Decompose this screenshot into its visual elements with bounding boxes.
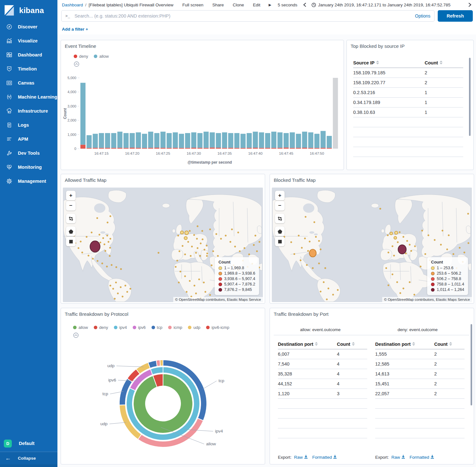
svg-text:ipv6: ipv6	[108, 378, 116, 382]
column-header[interactable]: Destination port	[278, 342, 313, 347]
legend-swatch	[431, 277, 435, 281]
legend-item[interactable]: allow	[73, 325, 88, 330]
fit-bounds-button[interactable]	[66, 214, 76, 223]
column-header[interactable]: Count	[337, 342, 350, 347]
add-filter-link[interactable]: Add a filter +	[62, 27, 88, 32]
zoom-in-button[interactable]: +	[275, 191, 285, 200]
export-formatted-link[interactable]: Formatted	[410, 455, 435, 460]
sidebar-item-label: Dev Tools	[18, 151, 40, 156]
zoom-out-button[interactable]: −	[275, 201, 285, 211]
scrollbar[interactable]	[471, 324, 472, 405]
space-badge: D	[4, 440, 12, 448]
sidebar-item-infrastructure[interactable]: Infrastructure	[0, 104, 57, 118]
column-header[interactable]: Count	[434, 342, 448, 347]
sidebar-item-canvas[interactable]: Canvas	[0, 76, 57, 90]
time-range[interactable]: January 24th 2019, 16:47:12.171 to Janua…	[318, 3, 450, 7]
scrollbar[interactable]	[469, 58, 471, 136]
cell: 14,613	[375, 371, 434, 376]
svg-text:2,000: 2,000	[67, 118, 76, 122]
sidebar-item-label: Management	[18, 179, 46, 184]
sidebar-item-visualize[interactable]: Visualize	[0, 34, 57, 48]
legend-swatch	[206, 326, 210, 329]
draw-polygon-button[interactable]	[66, 226, 76, 236]
menu-share[interactable]: Share	[212, 3, 224, 7]
draw-polygon-button[interactable]	[275, 226, 285, 236]
cell: 2	[425, 70, 427, 75]
column-header[interactable]: Count	[425, 60, 438, 65]
fit-bounds-button[interactable]	[275, 214, 285, 223]
download-icon	[333, 455, 337, 460]
section-header-deny: deny: event.outcome	[370, 327, 465, 332]
export-raw-link[interactable]: Raw	[391, 455, 405, 460]
svg-text:16:47:25: 16:47:25	[156, 152, 170, 155]
dashboard-grid: Event Timeline denyallow 01,0002,0003,00…	[57, 35, 476, 467]
panel-title: Traffic Breakdown by Protocol	[61, 308, 265, 320]
legend-item[interactable]: allow	[94, 54, 109, 59]
sidebar-item-apm[interactable]: APM	[0, 132, 57, 146]
legend-item[interactable]: ipv6	[133, 325, 146, 330]
sidebar: kibana DiscoverVisualizeDashboardTimelio…	[0, 0, 57, 467]
legend-item[interactable]: deny	[94, 325, 108, 330]
sidebar-item-dashboard[interactable]: Dashboard	[0, 48, 57, 62]
legend-label: 3,938.6 – 5,907.4	[224, 276, 255, 282]
cell: 1	[425, 110, 427, 115]
breadcrumb-dashboard[interactable]: Dashboard	[62, 3, 83, 7]
column-header[interactable]: Destination port	[375, 342, 411, 347]
protocol-sunburst-chart[interactable]: tcpipv4allowudpipv6tcpudp	[61, 343, 265, 463]
legend-item[interactable]: ipv4	[114, 325, 127, 330]
blocked-traffic-map[interactable]: +−Count1 – 253.6253.6 – 506.2506.2 – 758…	[272, 188, 472, 302]
sidebar-item-machine-learning[interactable]: Machine Learning	[0, 90, 57, 104]
sidebar-item-monitoring[interactable]: Monitoring	[0, 160, 57, 174]
sidebar-collapse-button[interactable]: ← Collapse	[0, 452, 57, 464]
legend-collapse-icon[interactable]	[74, 61, 79, 67]
sidebar-item-logs[interactable]: Logs	[0, 118, 57, 132]
column-header[interactable]: Source IP	[353, 60, 375, 65]
cell: 2	[434, 381, 437, 386]
svg-text:16:47:30: 16:47:30	[187, 152, 201, 155]
sidebar-item-management[interactable]: Management	[0, 174, 57, 188]
sidebar-item-discover[interactable]: Discover	[0, 20, 57, 34]
time-forward-icon[interactable]	[468, 3, 472, 7]
filter-bar: Add a filter +	[57, 22, 476, 34]
legend-item[interactable]: tcp	[152, 325, 162, 330]
legend-item[interactable]: ipv6-icmp	[206, 325, 229, 330]
draw-rectangle-button[interactable]	[275, 237, 285, 246]
map-legend: Count1 – 1,969.81,969.8 – 3,938.63,938.6…	[215, 257, 259, 295]
space-selector[interactable]: D Default	[0, 437, 57, 450]
legend-item[interactable]: udp	[188, 325, 200, 330]
zoom-out-button[interactable]: −	[66, 201, 76, 211]
event-timeline-chart[interactable]: 01,0002,0003,0004,0005,000Count16:47:151…	[62, 72, 343, 168]
cell: 158.109.79.185	[353, 70, 425, 75]
export-formatted-link[interactable]: Formatted	[312, 455, 337, 460]
svg-text:16:47:50: 16:47:50	[310, 152, 324, 155]
sidebar-item-timelion[interactable]: Timelion	[0, 62, 57, 76]
empty-row	[278, 399, 367, 409]
zoom-in-button[interactable]: +	[66, 191, 76, 200]
menu-clone[interactable]: Clone	[233, 3, 244, 7]
refresh-button[interactable]: Refresh	[438, 10, 473, 22]
legend-collapse-icon[interactable]	[73, 332, 79, 338]
time-back-icon[interactable]	[303, 3, 306, 7]
kibana-logo[interactable]: kibana	[0, 0, 57, 20]
svg-text:3,000: 3,000	[67, 104, 76, 108]
cell: 0.38.10.63	[353, 110, 425, 115]
menu-full-screen[interactable]: Full screen	[182, 3, 203, 7]
export-raw-link[interactable]: Raw	[294, 455, 308, 460]
legend-item[interactable]: deny	[74, 54, 88, 59]
options-link[interactable]: Options	[415, 13, 430, 19]
legend-item[interactable]: icmp	[168, 325, 182, 330]
map-legend-item: 1 – 253.6	[431, 265, 464, 271]
legend-swatch	[431, 283, 435, 286]
refresh-interval[interactable]: 5 seconds	[278, 3, 298, 7]
panel-port: Traffic Breakdown by Port allow: event.o…	[270, 308, 474, 464]
draw-rectangle-button[interactable]	[66, 237, 76, 246]
search-box[interactable]: >_ Options	[61, 10, 435, 22]
cell: 2	[434, 361, 437, 367]
menu-edit[interactable]: Edit	[253, 3, 260, 7]
table-row: 158.109.220.772	[353, 78, 463, 88]
sidebar-item-dev-tools[interactable]: Dev Tools	[0, 146, 57, 160]
sidebar-item-label: APM	[18, 137, 28, 142]
play-icon[interactable]: ▶	[269, 3, 271, 7]
allowed-traffic-map[interactable]: +−Count1 – 1,969.81,969.8 – 3,938.63,938…	[63, 188, 263, 302]
search-input[interactable]	[74, 13, 412, 19]
